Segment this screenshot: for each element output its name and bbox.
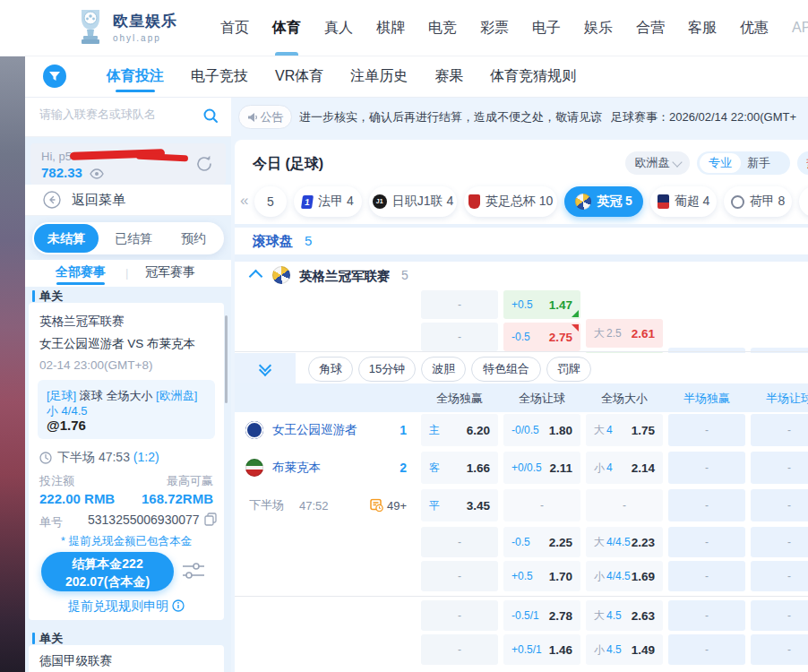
cashout-rules-link[interactable]: 提前兑现规则申明: [29, 599, 224, 615]
blackburn-logo-icon: [245, 459, 263, 477]
odds-cell[interactable]: 大4/4.52.23: [586, 527, 663, 557]
filter-button[interactable]: [43, 65, 66, 88]
odds-cell[interactable]: 小42.14: [586, 452, 663, 484]
subnav-sports-betting[interactable]: 体育投注: [107, 56, 164, 97]
odds-cell[interactable]: -0.52.75: [503, 323, 580, 351]
subnav-bet-history[interactable]: 注单历史: [350, 56, 408, 97]
league-tab-fa-cup[interactable]: 英足总杯 10: [464, 186, 557, 217]
topnav-app[interactable]: APP: [792, 0, 808, 56]
topnav-slots[interactable]: 电子: [532, 0, 561, 56]
tab-settled[interactable]: 已结算: [115, 222, 152, 254]
mode-toggle[interactable]: 专业 新手: [697, 151, 790, 175]
odds-cell[interactable]: +0.5/11.46: [503, 634, 580, 665]
league-tab-championship[interactable]: 英冠 5: [564, 186, 643, 217]
ticket-selection-box: [足球] 滚球 全场大小 [欧洲盘] 小 4/4.5 @1.76: [38, 380, 215, 439]
main-content: 公告 进一步核实，确认后再进行结算，造成不便之处，敬请见谅！ 足球赛事：2026…: [231, 97, 808, 672]
topnav-partners[interactable]: 合营: [636, 0, 665, 56]
subnav-esports[interactable]: 电子竞技: [191, 56, 248, 97]
league-tab-liga-portugal[interactable]: 葡超 4: [650, 186, 717, 217]
odds-cell[interactable]: 大41.75: [586, 414, 663, 446]
odds-cell-empty: -: [751, 489, 808, 521]
refresh-icon[interactable]: [193, 153, 215, 175]
subnav-rules[interactable]: 体育竞猜规则: [490, 56, 576, 97]
divider: [235, 254, 808, 262]
league-tab-partial-right[interactable]: [799, 186, 808, 217]
away-team-name[interactable]: 布莱克本: [272, 460, 321, 476]
league-tab-partial[interactable]: 5: [254, 186, 287, 217]
home-team-name[interactable]: 女王公园巡游者: [272, 422, 357, 438]
market-tab-specials[interactable]: 特色组合: [471, 357, 541, 382]
mode-pro[interactable]: 专业: [700, 153, 741, 173]
search-icon[interactable]: [202, 108, 219, 124]
odds-cell-empty: -: [421, 561, 498, 591]
odds-cell-empty: -: [751, 527, 808, 557]
brand-logo[interactable]: 欧皇娱乐 ohyl.app: [75, 8, 177, 46]
mode-novice[interactable]: 新手: [747, 151, 770, 175]
subnav-vr-sports[interactable]: VR体育: [275, 56, 323, 97]
tab-divider: |: [125, 266, 128, 280]
market-tab-correct-score[interactable]: 波胆: [421, 357, 466, 382]
fa-cup-logo-icon: [468, 194, 480, 209]
trophy-ball-icon: [75, 8, 106, 46]
tab-all-events[interactable]: 全部赛事: [56, 264, 106, 280]
topnav-entertainment[interactable]: 娱乐: [584, 0, 613, 56]
odds-cell[interactable]: +0.51.70: [503, 561, 580, 591]
double-chevron-down-icon: [261, 363, 270, 374]
topnav-cards[interactable]: 棋牌: [376, 0, 405, 56]
odds-cell[interactable]: 小4.51.49: [586, 634, 663, 665]
topnav-lottery[interactable]: 彩票: [480, 0, 509, 56]
odds-cell[interactable]: -0.52.25: [503, 527, 580, 557]
search-input[interactable]: [38, 107, 193, 122]
sidebar-scrollbar[interactable]: [225, 315, 228, 403]
topnav-esports[interactable]: 电竞: [428, 0, 457, 56]
back-to-menu[interactable]: 返回菜单: [25, 185, 231, 216]
live-markets-row: 滚球盘 5: [235, 228, 808, 254]
cashout-settings-icon[interactable]: [181, 559, 206, 582]
league-tab-eredivisie[interactable]: 荷甲 8: [724, 186, 792, 217]
copy-icon[interactable]: [204, 513, 217, 526]
hot-tab[interactable]: 热: [797, 151, 808, 175]
odds-cell-empty: -: [751, 414, 808, 446]
tab-unsettled[interactable]: 未结算: [34, 224, 99, 253]
market-type-select[interactable]: 欧洲盘: [625, 151, 690, 175]
odds-cell[interactable]: -0.5/12.78: [503, 600, 580, 631]
odds-cell[interactable]: 小4/4.51.69: [586, 561, 663, 591]
league-tab-j1[interactable]: J1 日职J1联 4: [369, 186, 457, 217]
odds-cell[interactable]: 主6.20: [421, 414, 498, 446]
odds-row: - -0.5/12.78 大4.52.63 - -: [235, 600, 808, 631]
collapse-chevron-icon[interactable]: [249, 270, 263, 284]
league-tab-ligue1[interactable]: 1 法甲 4: [294, 186, 362, 217]
away-team-cell[interactable]: 布莱克本 2: [235, 452, 419, 484]
scroll-left-icon[interactable]: «: [240, 192, 246, 210]
odds-cell[interactable]: +0/0.52.11: [503, 452, 580, 484]
col-full-time-handicap: 全场让球: [503, 391, 580, 407]
odds-cell[interactable]: 平3.45: [421, 489, 498, 521]
cashout-note: * 提前兑现金额已包含本金: [29, 534, 224, 549]
tab-champion-events[interactable]: 冠军赛事: [145, 264, 195, 280]
tab-reserved[interactable]: 预约: [181, 222, 206, 254]
topnav-promos[interactable]: 优惠: [740, 0, 769, 56]
max-win-value: 168.72RMB: [142, 491, 213, 506]
event-tabs: 全部赛事 | 冠军赛事: [25, 260, 231, 287]
odds-cell[interactable]: 客1.66: [421, 452, 498, 484]
max-win-label: 最高可赢: [167, 473, 213, 489]
home-team-cell[interactable]: 女王公园巡游者 1: [235, 414, 419, 446]
market-tab-corners[interactable]: 角球: [308, 357, 353, 382]
odds-cell[interactable]: +0.51.47: [503, 290, 580, 319]
more-markets-button[interactable]: 49+: [370, 499, 407, 513]
market-tab-15min[interactable]: 15分钟: [358, 357, 416, 382]
bet-odds: @1.76: [47, 418, 86, 433]
odds-cell[interactable]: 大4.52.63: [586, 600, 663, 631]
eye-icon[interactable]: [90, 168, 104, 179]
subnav-results[interactable]: 赛果: [434, 56, 463, 97]
topnav-sports[interactable]: 体育: [272, 0, 301, 56]
expand-toggle[interactable]: [235, 353, 296, 383]
odds-cell[interactable]: -0/0.51.80: [503, 414, 580, 446]
topnav-support[interactable]: 客服: [688, 0, 717, 56]
topnav-home[interactable]: 首页: [220, 0, 249, 56]
brand-name: 欧皇娱乐: [113, 11, 177, 31]
topnav-live-casino[interactable]: 真人: [324, 0, 353, 56]
cashout-button[interactable]: 结算本金222 202.07(含本金): [41, 552, 174, 591]
odds-cell-empty: -: [668, 414, 745, 446]
market-tab-cards[interactable]: 罚牌: [546, 357, 591, 382]
